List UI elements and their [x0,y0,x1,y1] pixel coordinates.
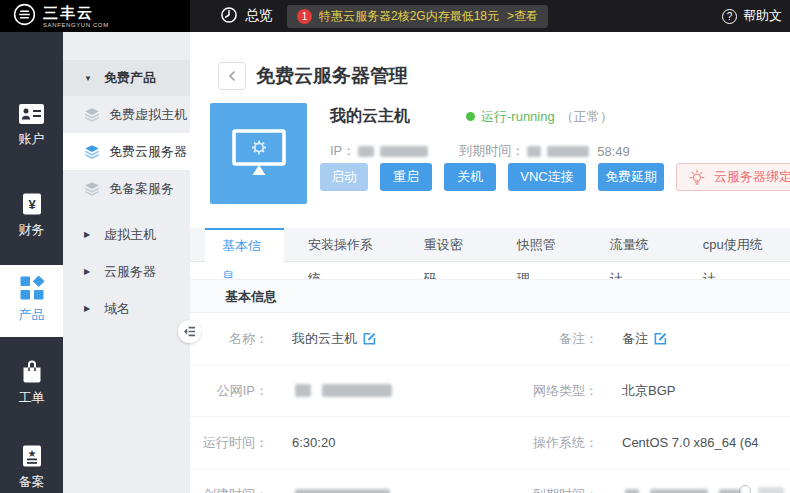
sidebar-group-free-products[interactable]: ▼ 免费产品 [63,60,190,96]
shutdown-button[interactable]: 关机 [444,163,496,191]
tab-bar: 基本信息 安装操作系统 重设密码 快照管理 流量统计 cpu使用统计 [190,228,790,262]
redacted-expire-time [650,489,708,493]
server-actions: 启动 重启 关机 VNC连接 免费延期 云服务器绑定域 [320,163,790,191]
server-thumbnail [210,103,307,204]
topbar: 三丰云 SANFENGYUN.COM 总览 1 特惠云服务器2核2G内存最低18… [0,0,790,32]
sidebar-spacer [63,207,190,216]
edit-icon[interactable] [653,331,668,346]
free-extend-button[interactable]: 免费延期 [598,163,664,191]
sidebar-group-label: 免费产品 [104,69,156,87]
sidebar-group-vhost[interactable]: ▶ 虚拟主机 [63,216,190,253]
sidebar-item-free-vhost[interactable]: 免费虚拟主机 [63,96,190,133]
name-value: 我的云主机 [292,330,357,348]
rail-item-products[interactable]: 产品 [0,265,63,337]
name-label: 名称： [190,330,268,348]
section-title: 基本信息 [190,279,790,313]
table-row: 名称： 我的云主机 备注： 备注 [190,313,790,365]
secondary-sidebar: ▼ 免费产品 免费虚拟主机 免费云服务器 免备 [63,32,190,493]
uptime-label: 运行时间： [190,434,268,452]
sidebar-item-label: 免费虚拟主机 [109,106,187,124]
expire-label: 到期时间： [459,142,524,160]
table-row: 公网IP： 网络类型： 北京BGP [190,365,790,417]
back-button[interactable] [218,62,246,90]
monitor-gear-icon [230,127,288,181]
redacted-public-ip [295,384,311,397]
redacted-date [547,146,589,157]
rail-item-label: 产品 [19,307,45,322]
question-icon: ? [722,9,737,24]
server-info: 我的云主机 运行-running （正常） IP： 到期时间： 58:49 [330,106,630,160]
rail-item-account[interactable]: 账户 [0,103,63,148]
server-status: 运行-running （正常） [466,108,613,126]
network-type-value: 北京BGP [622,382,675,400]
sidebar-collapse-toggle[interactable] [178,320,201,343]
rail-item-finance[interactable]: ¥ 财务 [0,192,63,239]
triangle-right-icon: ▶ [84,267,95,276]
rail-item-label: 工单 [19,390,45,405]
layers-icon [84,144,100,160]
logo-text: 三丰云 SANFENGYUN.COM [43,5,109,28]
uptime-value: 6:30:20 [292,435,335,450]
expire-time-visible: 58:49 [597,144,630,159]
tab-cpu-stats[interactable]: cpu使用统计 [679,228,790,261]
overview-nav[interactable]: 总览 [220,6,273,27]
redacted-widget-text [758,487,784,493]
star-document-icon: ★ [20,444,44,468]
triangle-right-icon: ▶ [84,304,95,313]
expire-time-label: 到期时间： [520,486,598,493]
sidebar-item-free-cloud-server[interactable]: 免费云服务器 [63,133,190,170]
remark-value: 备注 [622,330,648,348]
rail-item-filing[interactable]: ★ 备案 [0,444,63,491]
page-title: 免费云服务器管理 [256,63,408,89]
edit-icon[interactable] [362,331,377,346]
rail-item-workorder[interactable]: 工单 [0,359,63,407]
sanfengyun-logo-icon [13,3,36,29]
network-type-label: 网络类型： [520,382,598,400]
sidebar-group-cloud-server[interactable]: ▶ 云服务器 [63,253,190,290]
chevron-left-icon [226,69,238,83]
redacted-public-ip [322,384,392,397]
main-content: 免费云服务器管理 我的云主机 运行-running （正常） [190,32,790,493]
sidebar-item-free-icp[interactable]: 免备案服务 [63,170,190,207]
remark-label: 备注： [520,330,598,348]
start-button[interactable]: 启动 [320,163,368,191]
public-ip-label: 公网IP： [190,382,268,400]
redacted-expire-time [625,489,639,493]
redacted-expire-time [719,489,741,493]
tab-snapshot[interactable]: 快照管理 [493,228,586,261]
rail-item-label: 财务 [19,222,45,237]
status-label: 运行-running [481,108,555,126]
promo-view-link[interactable]: >查看 [507,8,538,25]
tab-traffic-stats[interactable]: 流量统计 [586,228,679,261]
help-docs-link[interactable]: ? 帮助文 [722,7,782,25]
primary-rail: 账户 ¥ 财务 产品 工单 [0,32,63,493]
finance-yen-icon: ¥ [20,192,44,216]
tab-reset-password[interactable]: 重设密码 [400,228,493,261]
sidebar-item-label: 免备案服务 [109,180,174,198]
logo-subtitle: SANFENGYUN.COM [43,22,109,28]
bind-domain-button[interactable]: 云服务器绑定域 [676,163,790,191]
server-meta: IP： 到期时间： 58:49 [330,142,630,160]
svg-text:★: ★ [27,448,36,459]
tab-basic-info[interactable]: 基本信息 [205,228,284,263]
floating-help-widget[interactable] [739,485,787,493]
clock-overview-icon [220,6,238,27]
tab-install-os[interactable]: 安装操作系统 [284,228,400,261]
triangle-down-icon: ▼ [84,74,95,83]
sidebar-group-domain[interactable]: ▶ 域名 [63,290,190,327]
help-bubble-icon [739,485,751,493]
redacted-created-time [295,489,390,493]
redacted-date [527,146,541,157]
id-card-icon [18,103,45,125]
reboot-button[interactable]: 重启 [380,163,432,191]
logo-title: 三丰云 [43,5,109,20]
os-label: 操作系统： [520,434,598,452]
triangle-right-icon: ▶ [84,230,95,239]
collapse-menu-icon [183,325,196,338]
help-label: 帮助文 [743,7,782,25]
created-label: 创建时间： [190,486,268,493]
vnc-connect-button[interactable]: VNC连接 [508,163,586,191]
logo[interactable]: 三丰云 SANFENGYUN.COM [0,0,190,32]
overview-label: 总览 [245,7,273,25]
promo-banner[interactable]: 1 特惠云服务器2核2G内存最低18元 >查看 [287,5,548,28]
